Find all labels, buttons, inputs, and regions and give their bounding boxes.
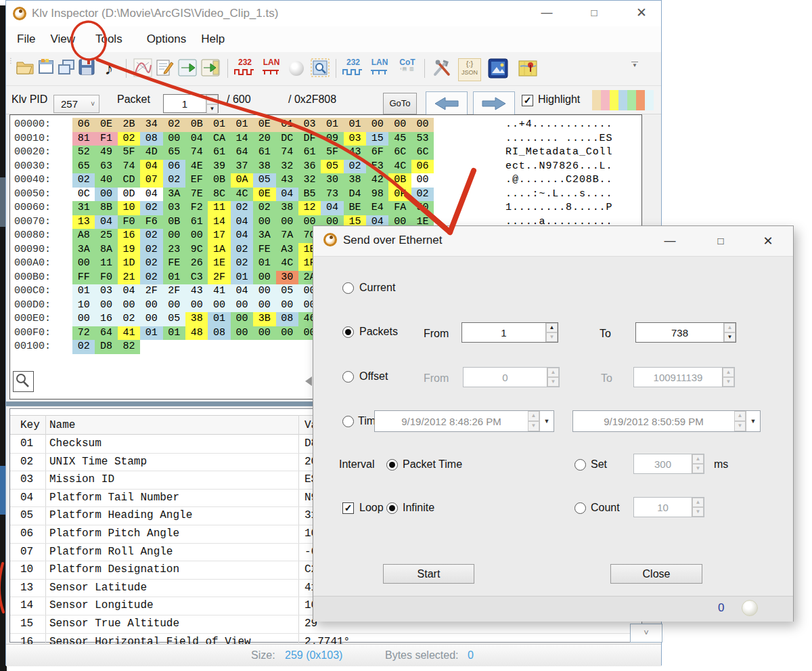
hex-byte[interactable]: 64 xyxy=(95,326,117,341)
hex-byte[interactable]: E4 xyxy=(366,201,388,215)
highlight-swatch[interactable] xyxy=(645,90,654,110)
hex-byte[interactable]: 1A xyxy=(208,243,230,257)
hex-byte[interactable]: 50 xyxy=(411,201,434,215)
hex-byte[interactable]: 02 xyxy=(231,201,253,215)
hex-byte[interactable]: 25 xyxy=(95,229,117,243)
hex-byte[interactable]: 00 xyxy=(276,215,298,230)
hex-byte[interactable]: 00 xyxy=(208,299,230,313)
hex-byte[interactable]: FF xyxy=(72,271,95,285)
hex-byte[interactable]: 05 xyxy=(253,173,275,188)
maximize-button[interactable]: □ xyxy=(583,3,606,22)
hex-byte[interactable]: 00 xyxy=(388,118,411,132)
hex-byte[interactable]: 7E xyxy=(185,188,208,202)
hex-byte[interactable]: 16 xyxy=(118,229,140,243)
hex-byte[interactable]: 02 xyxy=(253,201,275,215)
hex-byte[interactable]: 01 xyxy=(208,312,230,326)
calendar-dropdown-icon[interactable]: ▼ xyxy=(539,411,554,431)
hex-byte[interactable]: 2B xyxy=(118,118,140,132)
hex-byte[interactable]: 06 xyxy=(72,118,95,132)
hex-byte[interactable]: 40 xyxy=(95,173,117,188)
hex-byte[interactable]: 14 xyxy=(208,215,230,230)
zoom-window-icon[interactable] xyxy=(311,58,330,80)
hex-byte[interactable]: 00 xyxy=(95,299,117,313)
hex-byte[interactable]: FE xyxy=(253,243,275,257)
menu-help[interactable]: Help xyxy=(201,33,225,46)
hex-byte[interactable]: 5F xyxy=(321,146,343,160)
hex-byte[interactable]: 3B xyxy=(253,312,275,326)
hex-byte[interactable]: 8A xyxy=(95,243,117,257)
count-input[interactable]: 10 ▲▼ xyxy=(633,497,704,517)
highlight-swatch[interactable] xyxy=(627,90,636,110)
hex-byte[interactable]: 17 xyxy=(208,229,230,243)
hex-byte[interactable]: 00 xyxy=(231,299,253,313)
hex-byte[interactable]: 00 xyxy=(163,132,185,146)
hex-byte[interactable]: 08 xyxy=(276,312,298,326)
hex-byte[interactable]: 00 xyxy=(72,257,95,271)
hex-byte[interactable]: 0E xyxy=(253,188,275,202)
rs232-red-icon[interactable]: 232 xyxy=(234,58,256,80)
hex-byte[interactable]: 5F xyxy=(118,146,140,160)
search-button[interactable] xyxy=(13,371,34,392)
hex-byte[interactable]: 64 xyxy=(231,146,253,160)
hex-byte[interactable]: 04 xyxy=(95,215,117,230)
hex-byte[interactable]: 16 xyxy=(95,312,117,326)
current-radio[interactable] xyxy=(342,282,354,294)
hex-byte[interactable]: 02 xyxy=(163,173,185,188)
hex-byte[interactable]: 38 xyxy=(185,312,208,326)
hex-byte[interactable]: 00 xyxy=(276,326,298,341)
packet-number-input[interactable]: 1 ▲▼ xyxy=(163,94,219,113)
hex-byte[interactable]: 74 xyxy=(118,160,140,174)
hex-byte[interactable]: 01 xyxy=(276,118,298,132)
hex-byte[interactable]: 39 xyxy=(208,160,230,174)
col-name[interactable]: Name xyxy=(49,419,75,431)
hex-byte[interactable]: 02 xyxy=(344,160,366,174)
hex-byte[interactable]: 05 xyxy=(163,312,185,326)
hex-byte[interactable]: BE xyxy=(344,201,366,215)
hex-byte[interactable]: 0D xyxy=(118,188,140,202)
menu-file[interactable]: File xyxy=(17,33,35,46)
hex-byte[interactable]: 61 xyxy=(208,146,230,160)
music-note-icon[interactable]: ♪ xyxy=(99,58,118,80)
hex-byte[interactable]: 2F xyxy=(163,284,185,299)
set-radio[interactable] xyxy=(574,459,586,471)
goto-button[interactable]: GoTo xyxy=(383,93,417,114)
hex-byte[interactable]: 20 xyxy=(253,132,275,146)
hex-byte[interactable]: 00 xyxy=(276,299,298,313)
hex-byte[interactable]: 10 xyxy=(118,201,140,215)
hex-byte[interactable]: 34 xyxy=(140,118,162,132)
highlight-swatch[interactable] xyxy=(618,90,627,110)
hex-byte[interactable]: 0C xyxy=(72,188,95,202)
hex-byte[interactable]: 21 xyxy=(118,271,140,285)
hex-byte[interactable]: 23 xyxy=(163,243,185,257)
hex-byte[interactable]: 15 xyxy=(366,132,388,146)
hex-byte[interactable]: 02 xyxy=(118,132,140,146)
hex-byte[interactable]: 00 xyxy=(231,326,253,341)
hex-byte[interactable]: 3A xyxy=(253,229,275,243)
hex-byte[interactable]: 00 xyxy=(163,299,185,313)
hex-byte[interactable]: 4C xyxy=(276,257,298,271)
chart-curve-icon[interactable] xyxy=(133,58,152,80)
hex-byte[interactable]: A3 xyxy=(276,243,298,257)
hex-byte[interactable]: 41 xyxy=(208,284,230,299)
hex-byte[interactable]: 03 xyxy=(298,118,321,132)
hex-byte[interactable]: 00 xyxy=(140,312,162,326)
hex-byte[interactable]: 02 xyxy=(72,173,95,188)
hex-byte[interactable]: 04 xyxy=(231,284,253,299)
time-radio[interactable] xyxy=(342,416,354,427)
hex-byte[interactable]: 8C xyxy=(208,188,230,202)
hex-byte[interactable]: 01 xyxy=(72,284,95,299)
hex-byte[interactable]: 32 xyxy=(298,173,321,188)
hex-byte[interactable]: A8 xyxy=(72,229,95,243)
hex-byte[interactable]: 74 xyxy=(185,146,208,160)
table-scroll-down-button[interactable]: ˅ xyxy=(630,624,662,643)
highlight-swatch[interactable] xyxy=(592,90,601,110)
hex-byte[interactable]: 00 xyxy=(366,118,388,132)
hex-byte[interactable]: 08 xyxy=(140,132,162,146)
offset-radio[interactable] xyxy=(342,371,354,383)
highlight-swatch[interactable] xyxy=(610,90,618,110)
hex-byte[interactable]: 01 xyxy=(163,326,185,341)
hex-byte[interactable]: 01 xyxy=(253,257,275,271)
packets-from-input[interactable]: 1 ▲▼ xyxy=(461,322,558,343)
hex-byte[interactable]: 00 xyxy=(185,229,208,243)
hex-byte[interactable]: 01 xyxy=(208,118,230,132)
